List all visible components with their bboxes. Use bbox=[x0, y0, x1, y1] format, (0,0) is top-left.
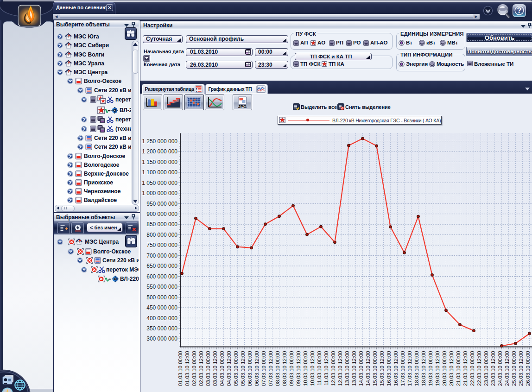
svg-text:500 000 000: 500 000 000 bbox=[146, 294, 177, 301]
svg-text:16.03.10 00:00: 16.03.10 00:00 bbox=[386, 351, 392, 386]
svg-text:10.03.10 12:00: 10.03.10 12:00 bbox=[310, 351, 315, 386]
svg-text:700 000 000: 700 000 000 bbox=[146, 253, 177, 259]
svg-text:15.03.10 00:00: 15.03.10 00:00 bbox=[372, 351, 378, 386]
svg-text:13.03.10 00:00: 13.03.10 00:00 bbox=[344, 351, 350, 386]
svg-text:22.03.10 12:00: 22.03.10 12:00 bbox=[476, 351, 482, 386]
svg-text:09.03.10 00:00: 09.03.10 00:00 bbox=[289, 351, 294, 386]
svg-text:02.03.10 00:00: 02.03.10 00:00 bbox=[191, 351, 197, 386]
svg-text:04.03.10 12:00: 04.03.10 12:00 bbox=[226, 351, 232, 386]
svg-text:06.03.10 00:00: 06.03.10 00:00 bbox=[247, 351, 253, 386]
svg-text:08.03.10 12:00: 08.03.10 12:00 bbox=[282, 351, 287, 386]
svg-text:21.03.10 12:00: 21.03.10 12:00 bbox=[462, 351, 468, 386]
svg-text:09.03.10 12:00: 09.03.10 12:00 bbox=[296, 351, 301, 386]
svg-text:450 000 000: 450 000 000 bbox=[146, 304, 177, 311]
svg-text:1 250 000 000: 1 250 000 000 bbox=[142, 138, 177, 145]
svg-text:1 050 000 000: 1 050 000 000 bbox=[142, 180, 177, 186]
svg-text:01.03.10 00:00: 01.03.10 00:00 bbox=[177, 351, 183, 386]
svg-text:17.03.10 00:00: 17.03.10 00:00 bbox=[400, 351, 405, 386]
svg-text:300 000 000: 300 000 000 bbox=[146, 335, 177, 342]
svg-text:10.03.10 00:00: 10.03.10 00:00 bbox=[303, 351, 308, 386]
svg-text:550 000 000: 550 000 000 bbox=[146, 284, 177, 290]
svg-text:16.03.10 12:00: 16.03.10 12:00 bbox=[393, 351, 399, 386]
svg-text:12.03.10 12:00: 12.03.10 12:00 bbox=[337, 351, 343, 386]
svg-text:05.03.10 00:00: 05.03.10 00:00 bbox=[233, 351, 239, 386]
svg-text:11.03.10 12:00: 11.03.10 12:00 bbox=[323, 351, 329, 386]
svg-text:17.03.10 12:00: 17.03.10 12:00 bbox=[407, 351, 412, 386]
svg-text:03.03.10 12:00: 03.03.10 12:00 bbox=[212, 351, 218, 386]
svg-text:23.03.10 00:00: 23.03.10 00:00 bbox=[483, 351, 489, 386]
svg-text:07.03.10 00:00: 07.03.10 00:00 bbox=[261, 351, 266, 386]
svg-text:950 000 000: 950 000 000 bbox=[146, 201, 177, 207]
svg-text:14.03.10 00:00: 14.03.10 00:00 bbox=[358, 351, 364, 386]
svg-text:23.03.10 12:00: 23.03.10 12:00 bbox=[490, 351, 496, 386]
svg-text:400 000 000: 400 000 000 bbox=[146, 315, 177, 322]
svg-text:JPG: JPG bbox=[238, 104, 247, 108]
svg-text:?: ? bbox=[517, 6, 522, 14]
svg-text:1 200 000 000: 1 200 000 000 bbox=[142, 148, 177, 155]
svg-text:01.03.10 12:00: 01.03.10 12:00 bbox=[184, 351, 190, 386]
svg-text:1 150 000 000: 1 150 000 000 bbox=[142, 159, 177, 165]
svg-text:1 000 000 000: 1 000 000 000 bbox=[142, 190, 177, 196]
svg-text:14.03.10 12:00: 14.03.10 12:00 bbox=[365, 351, 371, 386]
svg-text:06.03.10 12:00: 06.03.10 12:00 bbox=[254, 351, 260, 386]
svg-text:08.03.10 00:00: 08.03.10 00:00 bbox=[275, 351, 280, 386]
svg-text:15.03.10 12:00: 15.03.10 12:00 bbox=[379, 351, 385, 386]
svg-text:22.03.10 00:00: 22.03.10 00:00 bbox=[469, 351, 475, 386]
svg-text:04.03.10 00:00: 04.03.10 00:00 bbox=[219, 351, 225, 386]
svg-text:900 000 000: 900 000 000 bbox=[146, 211, 177, 217]
svg-text:19.03.10 00:00: 19.03.10 00:00 bbox=[428, 351, 433, 386]
svg-text:25.03.10 00:00: 25.03.10 00:00 bbox=[511, 351, 517, 386]
svg-text:18.03.10 00:00: 18.03.10 00:00 bbox=[414, 351, 419, 386]
svg-text:24.03.10 12:00: 24.03.10 12:00 bbox=[504, 351, 510, 386]
svg-text:600 000 000: 600 000 000 bbox=[146, 273, 177, 280]
svg-text:12.03.10 00:00: 12.03.10 00:00 bbox=[330, 351, 336, 386]
svg-text:05.03.10 12:00: 05.03.10 12:00 bbox=[240, 351, 246, 386]
svg-text:25.03.10 12:00: 25.03.10 12:00 bbox=[518, 351, 524, 386]
svg-text:1 100 000 000: 1 100 000 000 bbox=[142, 169, 177, 176]
svg-text:20.03.10 00:00: 20.03.10 00:00 bbox=[442, 351, 447, 386]
svg-text:650 000 000: 650 000 000 bbox=[146, 263, 177, 269]
svg-text:11.03.10 00:00: 11.03.10 00:00 bbox=[317, 351, 322, 386]
svg-text:800 000 000: 800 000 000 bbox=[146, 232, 177, 238]
svg-text:02.03.10 12:00: 02.03.10 12:00 bbox=[198, 351, 204, 386]
svg-text:13.03.10 12:00: 13.03.10 12:00 bbox=[351, 351, 357, 386]
svg-text:20.03.10 12:00: 20.03.10 12:00 bbox=[449, 351, 454, 386]
svg-text:350 000 000: 350 000 000 bbox=[146, 325, 177, 332]
svg-text:21.03.10 00:00: 21.03.10 00:00 bbox=[456, 351, 461, 386]
svg-text:24.03.10 00:00: 24.03.10 00:00 bbox=[497, 351, 503, 386]
svg-text:03.03.10 00:00: 03.03.10 00:00 bbox=[205, 351, 211, 386]
svg-text:26.03.10 00:00: 26.03.10 00:00 bbox=[525, 351, 531, 386]
svg-text:07.03.10 12:00: 07.03.10 12:00 bbox=[268, 351, 273, 386]
svg-text:19.03.10 12:00: 19.03.10 12:00 bbox=[435, 351, 440, 386]
svg-text:850 000 000: 850 000 000 bbox=[146, 221, 177, 228]
svg-text:18.03.10 12:00: 18.03.10 12:00 bbox=[421, 351, 426, 386]
svg-text:750 000 000: 750 000 000 bbox=[146, 242, 177, 248]
